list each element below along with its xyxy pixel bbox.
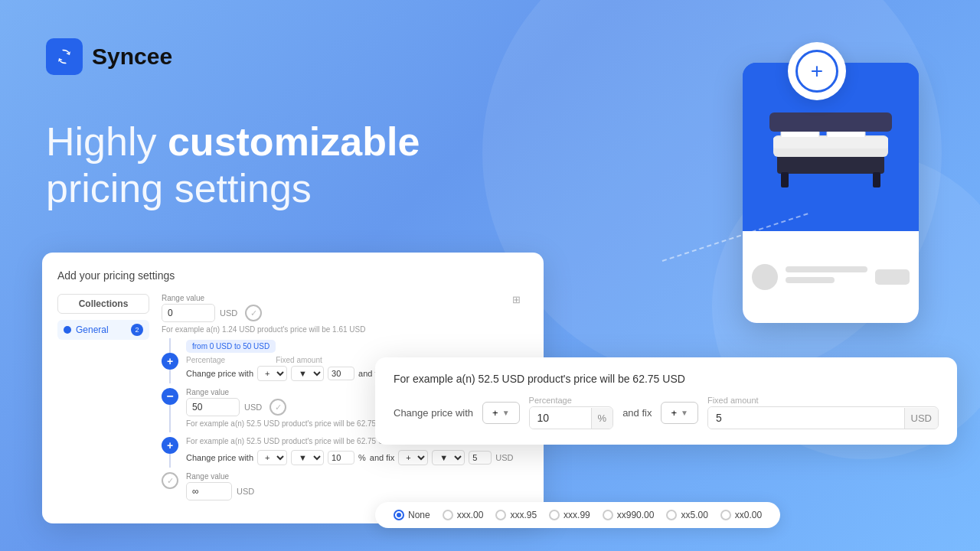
radio-none[interactable]: None xyxy=(394,510,430,520)
fixed-input-3[interactable] xyxy=(469,451,492,465)
radio-label-xx0: xx0.00 xyxy=(735,510,762,520)
check-icon-2[interactable]: ✓ xyxy=(270,399,286,416)
change-price-label-3: Change price with xyxy=(186,453,253,462)
headline-bold: customizable xyxy=(168,119,420,164)
percent-3: % xyxy=(358,453,366,462)
and-fix-detail: and fix xyxy=(622,407,652,419)
type-select-1[interactable]: ▼ xyxy=(291,366,324,381)
detail-example-text: For example a(n) 52.5 USD product's pric… xyxy=(394,373,939,385)
radio-circle-xx0 xyxy=(720,510,731,520)
fixed-header-1: Fixed amount xyxy=(276,356,322,364)
range-icon: ⊞ xyxy=(512,294,521,305)
connector-4: ✓ Range value USD xyxy=(162,472,528,504)
radio-label-xxx95: xxx.95 xyxy=(510,510,537,520)
logo-icon xyxy=(46,38,83,75)
detail-row: Change price with + ▼ Percentage % and f… xyxy=(394,396,939,429)
percentage-header-1: Percentage xyxy=(186,356,225,364)
pricing-panel-title: Add your pricing settings xyxy=(57,269,528,282)
collection-badge: 2 xyxy=(131,324,143,336)
percentage-section-label: Percentage xyxy=(529,396,614,405)
plus-circle-inner: + xyxy=(795,50,838,93)
collections-label: Collections xyxy=(57,294,149,314)
percentage-section: Percentage % xyxy=(529,396,614,429)
range-content-4: Range value USD xyxy=(186,472,528,504)
collection-radio xyxy=(64,326,71,334)
change-price-label-1: Change price with xyxy=(186,369,253,378)
svg-rect-1 xyxy=(781,172,789,187)
radio-circle-xxx95 xyxy=(495,510,506,520)
radio-circle-xx990 xyxy=(603,510,613,520)
operator-select-3[interactable]: + xyxy=(257,450,287,465)
connector-line-3: + xyxy=(162,437,178,468)
detail-fix-op: + xyxy=(671,407,677,419)
bed-svg xyxy=(762,97,900,197)
radio-label-xx5: xx5.00 xyxy=(681,510,707,520)
radio-xx990[interactable]: xx990.00 xyxy=(603,510,655,520)
logo-area: Syncee xyxy=(46,38,172,75)
text-line-1 xyxy=(786,266,867,272)
usd-label-1: USD xyxy=(220,308,237,318)
percentage-detail-input[interactable] xyxy=(530,407,591,429)
detail-operator-btn[interactable]: + ▼ xyxy=(482,402,520,424)
card-avatar xyxy=(752,264,778,290)
type-select-3[interactable]: ▼ xyxy=(291,450,324,465)
check-icon-end[interactable]: ✓ xyxy=(162,472,178,489)
headline: Highly customizable pricing settings xyxy=(46,119,420,213)
range-input-3[interactable] xyxy=(186,482,232,500)
change-price-row-3: Change price with + ▼ % and fix + ▼ USD xyxy=(186,450,528,465)
svg-rect-2 xyxy=(873,172,880,187)
detail-panel: For example a(n) 52.5 USD product's pric… xyxy=(375,357,957,445)
operator-select-1[interactable]: +- xyxy=(257,366,287,381)
radio-xxx00[interactable]: xxx.00 xyxy=(443,510,484,520)
radio-label-xxx99: xxx.99 xyxy=(564,510,590,520)
fix-op-3[interactable]: + xyxy=(398,450,428,465)
radio-xxx99[interactable]: xxx.99 xyxy=(549,510,590,520)
vert-line-mid-2 xyxy=(169,405,171,432)
fixed-currency-unit: USD xyxy=(904,408,938,429)
percentage-input-1[interactable] xyxy=(328,367,354,380)
radio-label-none: None xyxy=(408,510,430,520)
connector-line-1: + xyxy=(162,338,178,383)
input-row-3: USD xyxy=(186,482,528,500)
logo-text: Syncee xyxy=(92,44,172,70)
collections-column: Collections General 2 xyxy=(57,294,149,508)
card-bottom xyxy=(743,231,919,323)
fix-type-3[interactable]: ▼ xyxy=(432,450,465,465)
add-rule-btn-1[interactable]: + xyxy=(162,353,178,370)
percentage-input-3[interactable] xyxy=(328,451,354,465)
radio-xx5[interactable]: xx5.00 xyxy=(666,510,707,520)
range-input-1[interactable] xyxy=(162,304,215,322)
svg-rect-6 xyxy=(769,112,892,132)
card-text-lines xyxy=(786,266,867,288)
collection-name: General xyxy=(76,324,109,335)
percentage-input-wrap: % xyxy=(529,406,614,429)
radio-circle-none xyxy=(394,510,404,520)
collection-item-general[interactable]: General 2 xyxy=(57,320,149,340)
headline-part1: Highly xyxy=(46,119,168,164)
percent-unit: % xyxy=(591,408,613,429)
radio-circle-xxx99 xyxy=(549,510,560,520)
detail-operator-chevron: ▼ xyxy=(502,409,510,417)
example-text-1: For example a(n) 1.24 USD product's pric… xyxy=(162,325,528,334)
radio-xx0[interactable]: xx0.00 xyxy=(720,510,762,520)
detail-fix-operator-btn[interactable]: + ▼ xyxy=(661,402,698,424)
range-input-2[interactable] xyxy=(186,398,240,416)
change-price-detail-label: Change price with xyxy=(394,407,473,419)
vert-line-bottom-1 xyxy=(169,370,171,384)
radio-xxx95[interactable]: xxx.95 xyxy=(495,510,537,520)
add-rule-btn-2[interactable]: + xyxy=(162,437,178,454)
detail-fix-chevron: ▼ xyxy=(681,409,688,417)
fixed-amount-detail-input[interactable] xyxy=(708,407,904,429)
usd-label-2: USD xyxy=(244,403,262,412)
check-icon-1[interactable]: ✓ xyxy=(245,305,262,321)
delete-rule-btn-1[interactable]: − xyxy=(162,388,178,405)
usd-label-3: USD xyxy=(237,487,254,496)
plus-button[interactable]: + xyxy=(788,42,846,100)
input-row-1: USD ✓ xyxy=(162,304,528,322)
and-fix-label-3: and fix xyxy=(370,453,394,462)
radio-label-xxx00: xxx.00 xyxy=(457,510,484,520)
text-line-2 xyxy=(786,277,835,283)
radio-label-xx990: xx990.00 xyxy=(617,510,655,520)
radio-circle-xx5 xyxy=(666,510,677,520)
headline-text: Highly customizable pricing settings xyxy=(46,119,420,213)
